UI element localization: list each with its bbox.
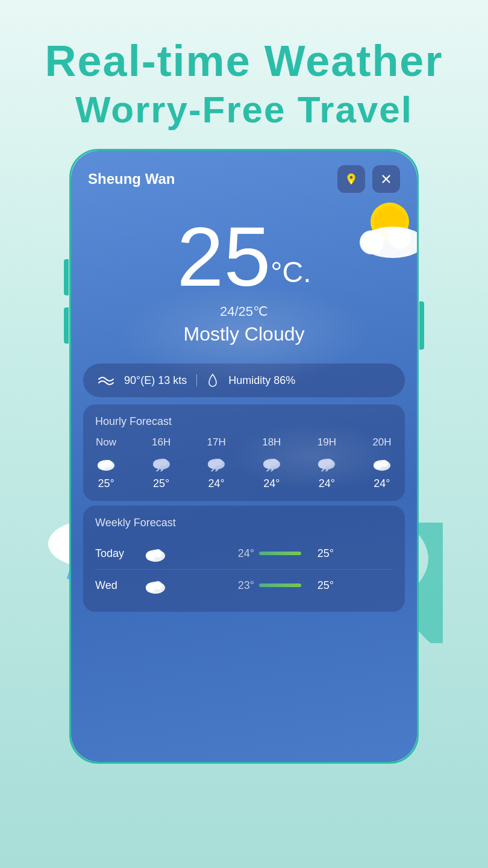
cloud-icon-now: [95, 454, 117, 471]
cloud-icon-16h: [151, 454, 172, 471]
hourly-forecast-row: Now 25° 16H: [95, 436, 393, 490]
hourly-item-17h: 17H 24°: [205, 436, 227, 490]
hourly-item-19h: 19H 24°: [316, 436, 337, 490]
svg-point-40: [381, 460, 388, 467]
svg-point-46: [154, 581, 162, 590]
svg-line-36: [322, 470, 324, 471]
hour-label-17h: 17H: [207, 436, 226, 448]
topbar-buttons: [337, 165, 400, 193]
svg-line-26: [211, 470, 213, 471]
location-name: Sheung Wan: [88, 171, 175, 187]
svg-line-21: [157, 470, 158, 471]
hour-label-now: Now: [96, 436, 116, 448]
today-temp-low: 24°: [227, 547, 254, 560]
svg-point-16: [98, 461, 106, 470]
wind-info: 90°(E) 13 kts: [124, 374, 187, 387]
svg-point-35: [325, 459, 333, 466]
weekly-section-title: Weekly Forecast: [95, 517, 393, 529]
weekly-cloud-icon-wed: [143, 576, 167, 595]
svg-point-20: [160, 459, 167, 466]
hour-label-18h: 18H: [262, 436, 281, 448]
weekly-cloud-icon-today: [143, 544, 167, 563]
hourly-item-18h: 18H 24°: [261, 436, 283, 490]
headline-line2: Worry-Free Travel: [0, 88, 488, 131]
cloud-icon-18h: [261, 454, 283, 471]
svg-point-43: [154, 549, 162, 558]
svg-point-29: [263, 460, 272, 468]
today-temp-bar-area: 24° 25°: [167, 547, 393, 560]
main-temperature: 25: [177, 215, 271, 299]
phone-screen: Sheung Wan: [71, 151, 417, 762]
svg-point-11: [350, 176, 353, 179]
cloud-icon-17h: [205, 454, 227, 471]
weekly-row-wed: Wed 23° 25°: [95, 569, 393, 601]
svg-point-10: [389, 227, 411, 249]
hour-label-20h: 20H: [372, 436, 391, 448]
location-pin-button[interactable]: [337, 165, 365, 193]
cloud-icon-20h: [371, 454, 393, 471]
svg-point-9: [360, 230, 384, 254]
day-label-today: Today: [95, 547, 143, 560]
hourly-item-now: Now 25°: [95, 436, 117, 490]
svg-point-17: [105, 460, 112, 467]
temp-range: 24/25℃: [83, 304, 405, 319]
cloud-icon-19h: [316, 454, 337, 471]
hourly-item-16h: 16H 25°: [151, 436, 172, 490]
wed-temp-bar: [259, 583, 301, 587]
phone-mockup: Sheung Wan: [57, 149, 431, 764]
svg-line-37: [326, 470, 328, 471]
hour-temp-18h: 24°: [263, 477, 280, 490]
phone-topbar: Sheung Wan: [71, 151, 417, 203]
svg-point-19: [153, 460, 161, 468]
hourly-item-20h: 20H 24°: [371, 436, 393, 490]
svg-point-24: [208, 460, 216, 468]
svg-line-27: [216, 470, 217, 471]
hour-label-19h: 19H: [318, 436, 336, 448]
phone-power-button: [419, 301, 424, 350]
hour-temp-16h: 25°: [153, 477, 169, 490]
temp-unit: °C.: [271, 256, 311, 288]
svg-point-34: [318, 460, 327, 468]
hour-temp-20h: 24°: [374, 477, 390, 490]
headline-line1: Real-time Weather: [0, 36, 488, 86]
hour-temp-19h: 24°: [319, 477, 335, 490]
wed-temp-low: 23°: [227, 579, 254, 592]
hourly-forecast-section: Hourly Forecast Now 25° 16H: [83, 404, 405, 501]
svg-point-25: [215, 459, 222, 466]
svg-point-30: [271, 459, 278, 466]
wind-icon: [98, 374, 114, 386]
stat-divider: [196, 374, 197, 386]
humidity-icon: [207, 373, 219, 388]
hourly-section-title: Hourly Forecast: [95, 415, 393, 428]
weekly-forecast-section: Weekly Forecast Today 24° 25°: [83, 506, 405, 612]
svg-line-31: [267, 470, 269, 471]
svg-point-39: [374, 461, 382, 470]
hour-label-16h: 16H: [152, 436, 170, 448]
day-label-wed: Wed: [95, 579, 143, 592]
main-weather-icon: [351, 199, 417, 259]
wed-temp-bar-area: 23° 25°: [167, 579, 393, 592]
today-temp-bar: [259, 552, 301, 555]
weekly-row-today: Today 24° 25°: [95, 538, 393, 569]
weather-description: Mostly Cloudy: [83, 323, 405, 345]
today-temp-high: 25°: [306, 547, 334, 560]
hour-temp-17h: 24°: [208, 477, 225, 490]
humidity-info: Humidity 86%: [228, 374, 295, 387]
svg-line-22: [161, 470, 163, 471]
svg-line-32: [271, 470, 273, 471]
wed-temp-high: 25°: [306, 579, 334, 592]
hour-temp-now: 25°: [98, 477, 114, 490]
close-button[interactable]: [372, 165, 400, 193]
phone-frame: Sheung Wan: [69, 149, 419, 764]
weather-stats-bar: 90°(E) 13 kts Humidity 86%: [83, 363, 405, 397]
